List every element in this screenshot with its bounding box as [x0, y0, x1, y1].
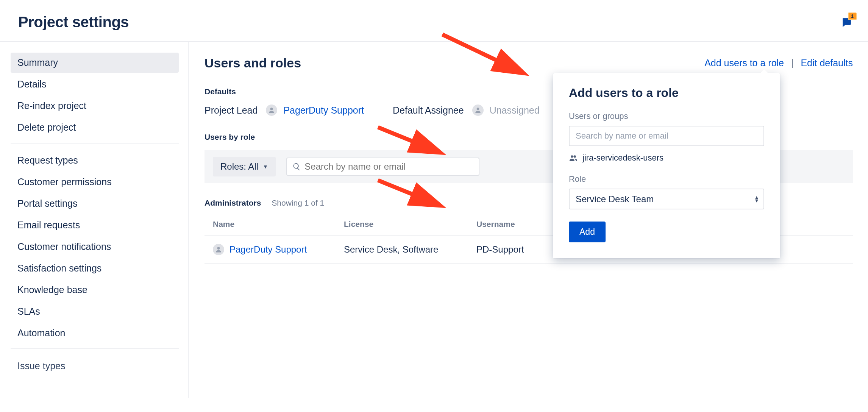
- section-title: Users and roles: [205, 56, 301, 70]
- search-wrapper: [286, 158, 479, 176]
- sidebar-item-knowledge-base[interactable]: Knowledge base: [11, 280, 179, 300]
- sidebar-item-issue-types[interactable]: Issue types: [11, 356, 179, 376]
- svg-point-0: [270, 108, 273, 110]
- sidebar-item-reindex[interactable]: Re-index project: [11, 96, 179, 116]
- avatar-icon: [472, 105, 484, 116]
- search-input[interactable]: [304, 161, 473, 172]
- users-search-input[interactable]: [569, 126, 764, 146]
- notification-badge: 1: [848, 12, 857, 20]
- default-assignee-value: Unassigned: [490, 105, 540, 116]
- search-icon: [292, 162, 301, 171]
- col-name: Name: [205, 214, 341, 236]
- main-content: Users and roles Add users to a role | Ed…: [189, 42, 868, 398]
- sidebar-item-automation[interactable]: Automation: [11, 323, 179, 343]
- sidebar-item-customer-permissions[interactable]: Customer permissions: [11, 172, 179, 192]
- project-lead-value[interactable]: PagerDuty Support: [283, 105, 364, 116]
- col-license: License: [341, 214, 473, 236]
- row-name[interactable]: PagerDuty Support: [229, 244, 307, 255]
- sidebar-item-portal-settings[interactable]: Portal settings: [11, 194, 179, 214]
- sidebar: Summary Details Re-index project Delete …: [0, 42, 189, 398]
- add-users-popover: Add users to a role Users or groups jira…: [553, 73, 780, 258]
- sidebar-item-details[interactable]: Details: [11, 74, 179, 94]
- popover-title: Add users to a role: [569, 86, 764, 100]
- group-chip[interactable]: jira-servicedesk-users: [569, 153, 764, 163]
- sidebar-item-email-requests[interactable]: Email requests: [11, 215, 179, 235]
- sidebar-item-summary[interactable]: Summary: [11, 53, 179, 73]
- svg-point-4: [573, 155, 576, 158]
- role-field-label: Role: [569, 174, 764, 184]
- svg-point-3: [571, 155, 573, 158]
- sidebar-item-customer-notifications[interactable]: Customer notifications: [11, 237, 179, 257]
- chevron-down-icon: ▼: [263, 164, 268, 170]
- table-count: Showing 1 of 1: [272, 198, 324, 208]
- section-actions: Add users to a role | Edit defaults: [704, 58, 853, 69]
- sidebar-item-satisfaction-settings[interactable]: Satisfaction settings: [11, 258, 179, 278]
- roles-filter-button[interactable]: Roles: All ▼: [213, 157, 276, 176]
- sidebar-divider: [11, 348, 179, 349]
- project-lead-label: Project Lead: [205, 105, 258, 116]
- feedback-icon[interactable]: 1: [841, 16, 853, 28]
- users-field-label: Users or groups: [569, 111, 764, 121]
- sidebar-item-slas[interactable]: SLAs: [11, 301, 179, 321]
- avatar-icon: [266, 105, 277, 116]
- avatar-icon: [213, 244, 224, 255]
- role-select[interactable]: Service Desk Team: [569, 189, 764, 209]
- sidebar-item-request-types[interactable]: Request types: [11, 150, 179, 170]
- sidebar-divider: [11, 143, 179, 144]
- add-users-link[interactable]: Add users to a role: [704, 58, 784, 68]
- group-icon: [569, 154, 578, 162]
- svg-point-1: [476, 108, 479, 110]
- edit-defaults-link[interactable]: Edit defaults: [801, 58, 853, 68]
- roles-filter-label: Roles: All: [220, 161, 258, 172]
- default-assignee-label: Default Assignee: [393, 105, 464, 116]
- actions-separator: |: [791, 58, 794, 68]
- table-group-label: Administrators: [205, 198, 261, 208]
- svg-point-2: [217, 247, 220, 250]
- sidebar-item-delete[interactable]: Delete project: [11, 117, 179, 137]
- group-chip-label: jira-servicedesk-users: [582, 153, 663, 163]
- page-title: Project settings: [18, 14, 129, 31]
- add-button[interactable]: Add: [569, 222, 606, 242]
- row-license: Service Desk, Software: [341, 236, 473, 263]
- page-header: Project settings 1: [0, 0, 868, 42]
